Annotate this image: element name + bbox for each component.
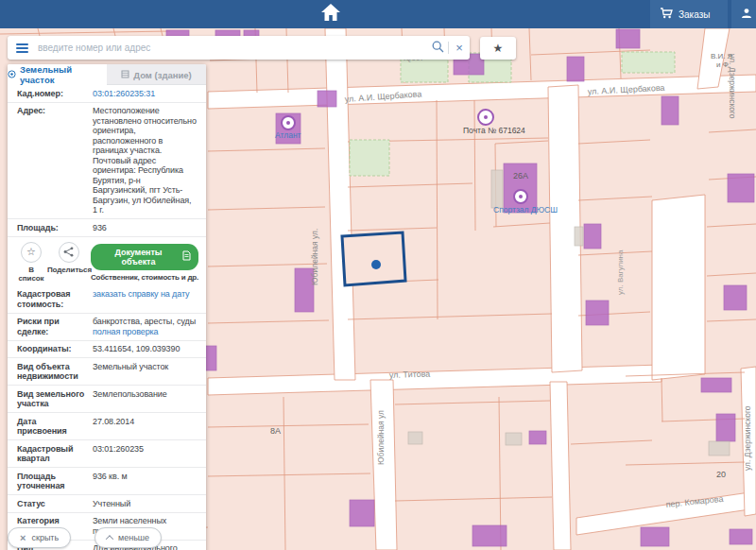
building[interactable] <box>724 285 747 310</box>
hide-label: скрыть <box>31 533 59 542</box>
close-icon: × <box>455 42 463 54</box>
field-value: 936 кв. м <box>93 472 197 491</box>
add-to-list-action: ☆ В список <box>15 242 47 283</box>
building[interactable] <box>662 96 679 125</box>
search-bar: × <box>8 36 470 60</box>
field-label: Вид земельного участка <box>17 389 93 409</box>
clear-search-button[interactable]: × <box>449 38 470 59</box>
search-input[interactable] <box>36 42 427 54</box>
orders-button[interactable]: Заказы <box>650 0 728 28</box>
panel-tabs: Земельный участок Дом (здание) <box>8 64 206 85</box>
add-to-list-button[interactable]: ☆ <box>21 242 42 263</box>
cart-icon <box>660 8 673 21</box>
panel-row: Вид объекта недвижимостиЗемельный участо… <box>8 357 206 385</box>
building[interactable] <box>716 414 735 441</box>
panel-row: Вид земельного участкаЗемлепользование <box>8 385 206 412</box>
documents-button-label: Документы объекта <box>98 248 179 266</box>
documents-sub-label: Собственник, стоимость и др. <box>91 273 198 282</box>
selected-parcel[interactable] <box>342 232 405 285</box>
street-label-titova: ул. Титова <box>389 369 431 380</box>
collapse-panel-button[interactable]: меньше <box>94 527 162 548</box>
less-label: меньше <box>118 533 149 542</box>
field-label: Статус <box>17 499 93 509</box>
field-value: 53.411654, 109.039390 <box>93 344 197 354</box>
building-gray[interactable] <box>709 441 730 455</box>
field-label: Площадь уточненная <box>17 472 93 491</box>
building[interactable] <box>616 29 640 48</box>
panel-row: Кад.номер:03:01:260235:31 <box>8 85 206 102</box>
panel-row: Дата присвоения27.08.2014 <box>8 412 206 439</box>
user-icon <box>741 8 752 21</box>
building[interactable] <box>350 500 374 526</box>
home-button[interactable] <box>316 0 346 28</box>
add-to-list-label: В список <box>15 266 47 283</box>
building[interactable] <box>318 91 336 107</box>
street-right-vertical <box>652 195 705 380</box>
poi-label-post-office: Почта № 671624 <box>463 126 525 135</box>
panel-row: Риски при сделке:банкротства, аресты, су… <box>8 313 206 340</box>
poi-label-corner-2: и Ф <box>716 60 729 69</box>
street-label-dzerzhinskogo-2: ул. Дзержинского <box>743 405 752 471</box>
field-label: Адрес: <box>17 106 93 215</box>
building-gray[interactable] <box>575 227 583 246</box>
tab-parcel-label: Земельный участок <box>20 64 107 85</box>
green-area <box>622 52 675 73</box>
field-link[interactable]: полная проверка <box>93 327 197 337</box>
field-value: Местоположение установлено относительно … <box>93 106 197 215</box>
star-icon: ★ <box>493 42 504 55</box>
building[interactable] <box>584 224 601 249</box>
top-bar: Заказы Вход <box>0 0 756 28</box>
app-window: { "topbar": { "orders_label": "Заказы", … <box>0 0 756 550</box>
building[interactable] <box>472 525 507 546</box>
field-label: Кад.номер: <box>17 89 93 99</box>
star-outline-icon: ☆ <box>26 247 36 257</box>
menu-button[interactable] <box>8 43 36 53</box>
parcel-icon <box>8 70 16 80</box>
building-icon <box>121 70 129 80</box>
panel-rows-bottom: Кадастровая стоимость:заказать справку н… <box>8 286 206 550</box>
hamburger-icon <box>16 43 28 45</box>
panel-row: Адрес:Местоположение установлено относит… <box>8 102 206 219</box>
field-value: 936 <box>93 223 197 233</box>
panel-row: Координаты:53.411654, 109.039390 <box>8 340 206 358</box>
object-documents-button[interactable]: Документы объекта <box>91 244 198 270</box>
panel-rows-top: Кад.номер:03:01:260235:31Адрес:Местополо… <box>8 85 206 236</box>
building-gray[interactable] <box>506 433 522 445</box>
building[interactable] <box>728 174 754 202</box>
poi-icon-dot <box>286 121 290 125</box>
field-label: Кадастровый квартал <box>17 444 93 464</box>
poi-label-corner-1: В.И. Л <box>711 52 732 60</box>
parcel-number-26a: 26А <box>513 171 528 180</box>
poi-label-atlant: Атлант <box>275 130 301 140</box>
panel-actions: ☆ В список Поделиться Документы объекта <box>8 236 206 286</box>
panel-row: Площадь уточненная936 кв. м <box>8 467 206 494</box>
home-icon <box>320 3 341 26</box>
tab-parcel[interactable]: Земельный участок <box>8 64 107 85</box>
document-icon <box>182 250 191 263</box>
building[interactable] <box>567 57 584 81</box>
field-link[interactable]: заказать справку на дату <box>93 289 197 300</box>
tab-building[interactable]: Дом (здание) <box>107 64 206 85</box>
field-label: Координаты: <box>17 344 93 354</box>
selected-parcel-marker <box>371 260 381 269</box>
poi-icon-dot <box>519 195 523 198</box>
building[interactable] <box>529 431 546 444</box>
poi-label-dyussh: Спортзал ДЮСШ <box>493 205 558 215</box>
building-gray[interactable] <box>491 170 503 208</box>
field-label: Дата присвоения <box>17 417 93 437</box>
login-button[interactable]: Вход <box>731 0 756 28</box>
green-area <box>350 140 389 176</box>
building-gray[interactable] <box>408 432 422 444</box>
building[interactable] <box>730 529 752 544</box>
search-button[interactable] <box>427 38 448 59</box>
building[interactable] <box>641 527 669 546</box>
hide-panel-button[interactable]: × скрыть <box>8 527 71 548</box>
building[interactable] <box>701 378 731 392</box>
poi-icon-dot <box>484 115 488 119</box>
chevron-up-icon <box>106 535 113 542</box>
building[interactable] <box>586 301 609 325</box>
parcel-number-8a: 8А <box>270 426 281 436</box>
field-label: Площадь: <box>17 223 93 233</box>
favorites-button[interactable]: ★ <box>480 37 516 60</box>
share-button[interactable] <box>59 242 79 263</box>
